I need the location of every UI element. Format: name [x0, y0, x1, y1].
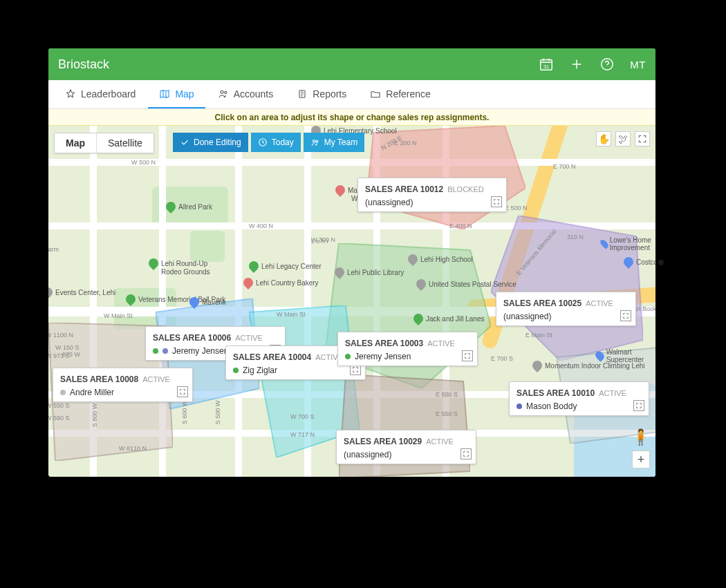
area-status: ACTIVE	[426, 437, 454, 446]
expand-icon[interactable]	[491, 196, 502, 207]
road-label: W 1100 N	[48, 332, 73, 339]
road-label: W 550 S	[48, 402, 70, 409]
help-icon[interactable]	[599, 57, 615, 72]
area-card[interactable]: SALES AREA 10010ACTIVEMason Boddy	[509, 381, 649, 416]
area-card[interactable]: SALES AREA 10029ACTIVE(unassigned)	[336, 430, 476, 464]
svg-point-3	[221, 91, 223, 93]
area-card[interactable]: SALES AREA 10012BLOCKED(unassigned)	[357, 178, 507, 212]
expand-icon[interactable]	[462, 350, 473, 361]
poi-marker: Lowe's Home Improvement	[602, 236, 655, 252]
area-card[interactable]: SALES AREA 10025ACTIVE(unassigned)	[496, 292, 636, 326]
tab-label: Leaderboard	[81, 88, 136, 99]
road-label: E 400 N	[449, 222, 472, 229]
svg-point-4	[224, 91, 226, 93]
tab-label: Accounts	[234, 88, 274, 99]
road-label: W 150 S	[55, 344, 80, 351]
tab-reference[interactable]: Reference	[359, 80, 442, 108]
assignee-color-dot	[153, 348, 158, 354]
user-initials[interactable]: MT	[630, 59, 646, 70]
area-status: ACTIVE	[586, 299, 613, 307]
tab-leaderboard[interactable]: Leaderboard	[54, 80, 147, 108]
bird-icon[interactable]: 🕊	[615, 131, 631, 146]
road-label: E 500 S	[436, 391, 458, 398]
map-type-map[interactable]: Map	[55, 133, 96, 153]
expand-icon[interactable]	[460, 448, 472, 459]
road-label: W 580 S	[48, 415, 70, 421]
road-label: W 700 S	[290, 413, 315, 420]
area-title: SALES AREA 10003	[345, 339, 423, 348]
map-type-satellite[interactable]: Satellite	[96, 133, 153, 153]
area-assignee: Andre Miller	[60, 388, 170, 397]
svg-text:31: 31	[543, 64, 549, 70]
pegman-icon[interactable]: 🧍	[631, 428, 650, 446]
area-assignee: Zig Ziglar	[233, 366, 343, 375]
assignee-name: Mason Boddy	[526, 401, 577, 411]
assignee-name: Jeremy Jensen	[355, 352, 411, 361]
brand-title: Briostack	[58, 57, 109, 72]
road-label: E 700 S	[491, 355, 513, 362]
expand-icon[interactable]	[177, 386, 188, 397]
assignee-name: Andre Miller	[70, 388, 114, 397]
area-card[interactable]: SALES AREA 10003ACTIVEJeremy Jensen	[337, 332, 478, 366]
folder-icon	[370, 88, 381, 99]
area-title: SALES AREA 10029	[344, 437, 422, 446]
banner-text: Click on an area to adjust its shape or …	[215, 113, 490, 122]
poi-marker: Lehi High School	[408, 254, 473, 264]
map-type-toggle: Map Satellite	[54, 133, 154, 153]
area-assignee: (unassigned)	[503, 312, 613, 321]
area-title: SALES AREA 10025	[503, 298, 581, 308]
calendar-icon[interactable]: 31	[539, 57, 554, 72]
check-icon	[180, 137, 189, 147]
road-label: W 300 N	[311, 236, 335, 243]
today-button[interactable]: Today	[251, 133, 301, 152]
my-team-button[interactable]: My Team	[304, 133, 364, 152]
people-icon	[218, 88, 229, 99]
road-label: S 800 W	[91, 404, 98, 428]
poi-marker: Lehi Public Library	[335, 267, 404, 277]
area-status: ACTIVE	[599, 389, 626, 397]
area-title: SALES AREA 10012	[365, 184, 443, 194]
road-label: E Main St	[525, 332, 552, 339]
area-assignee: Mason Boddy	[516, 401, 626, 411]
road-label: S 500 W	[214, 401, 221, 425]
road-label: E 500 N	[505, 205, 528, 211]
poi-marker: Maverik	[189, 297, 226, 307]
poi-marker: Rodeo Grounds	[149, 267, 210, 276]
map-canvas[interactable]: Lehi Elementary SchoolMargarita'sWinesAl…	[48, 126, 655, 477]
map-top-right-controls: ✋ 🕊	[596, 131, 650, 146]
app-screen: Briostack 31 MT	[48, 48, 655, 477]
btn-label: Done Editing	[194, 137, 241, 147]
poi-marker: Jack and Jill Lanes	[413, 314, 485, 323]
poi-marker: Allred Park	[166, 202, 212, 211]
area-title: SALES AREA 10006	[153, 333, 231, 343]
tab-label: Reports	[313, 88, 346, 99]
zoom-in-button[interactable]: +	[632, 451, 650, 468]
assignee-color-dot	[162, 348, 168, 354]
tab-label: Reference	[386, 88, 431, 99]
expand-icon[interactable]	[633, 400, 644, 411]
area-assignee: Jeremy Jensen	[345, 352, 455, 361]
area-title: SALES AREA 10004	[233, 352, 311, 362]
plus-icon[interactable]	[569, 57, 584, 72]
road-label: W Main St	[277, 311, 306, 318]
road-label: W 973 S	[48, 352, 70, 359]
area-card[interactable]: SALES AREA 10008ACTIVEAndre Miller	[53, 368, 193, 402]
assignee-color-dot	[516, 404, 522, 409]
area-title: SALES AREA 10008	[60, 374, 138, 384]
done-editing-button[interactable]: Done Editing	[173, 133, 248, 152]
road-label: W 717 N	[290, 431, 315, 438]
fullscreen-icon[interactable]	[635, 131, 650, 146]
info-banner: Click on an area to adjust its shape or …	[48, 109, 655, 126]
clipboard-icon	[297, 88, 308, 99]
area-status: ACTIVE	[142, 375, 170, 383]
tab-accounts[interactable]: Accounts	[207, 80, 285, 108]
expand-icon[interactable]	[620, 310, 631, 321]
tab-reports[interactable]: Reports	[286, 80, 357, 108]
poi-marker: Momentum Indoor Climbing Lehi	[532, 361, 645, 370]
star-icon	[65, 88, 76, 99]
tab-map[interactable]: Map	[148, 80, 205, 108]
poi-marker: Costco	[624, 257, 655, 267]
btn-label: My Team	[324, 137, 357, 147]
area-status: ACTIVE	[235, 334, 263, 342]
hand-tool-icon[interactable]: ✋	[596, 131, 611, 146]
